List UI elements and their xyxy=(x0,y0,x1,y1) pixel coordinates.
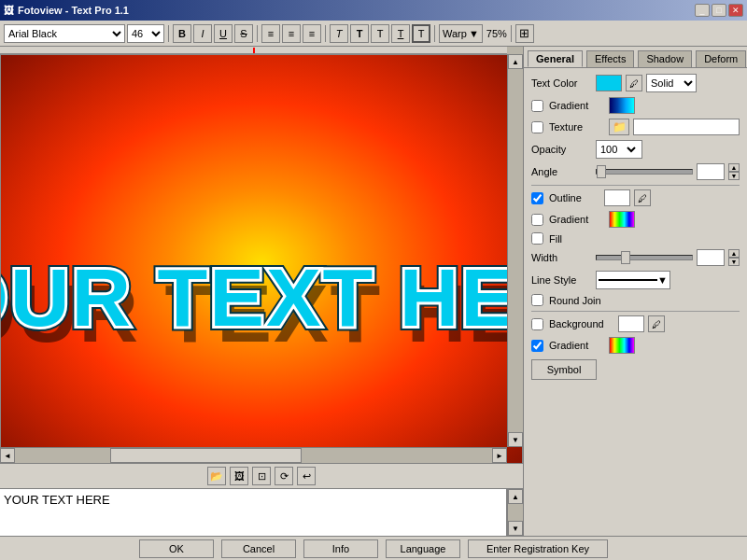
texture-label: Texture xyxy=(549,121,605,133)
hscroll-left-button[interactable]: ◄ xyxy=(0,448,15,463)
tab-deform[interactable]: Deform xyxy=(696,50,746,67)
vscroll-track[interactable] xyxy=(508,69,523,432)
round-join-label: Round Join xyxy=(549,295,601,306)
opacity-label: Opacity xyxy=(531,144,592,155)
gradient-swatch[interactable] xyxy=(609,97,635,114)
tab-general[interactable]: General xyxy=(528,50,583,67)
width-down-button[interactable]: ▼ xyxy=(728,258,740,266)
extra-button[interactable]: ⊞ xyxy=(515,24,534,43)
save-file-button[interactable]: 🖼 xyxy=(230,467,248,485)
text-style2-button[interactable]: T xyxy=(350,24,369,43)
outline-gradient-checkbox[interactable] xyxy=(531,214,543,226)
text-vscroll-track[interactable] xyxy=(508,504,523,521)
texture-checkbox[interactable] xyxy=(531,121,543,133)
solid-dropdown[interactable]: Solid Linear Radial xyxy=(647,77,696,90)
text-color-swatch[interactable] xyxy=(596,75,622,91)
font-select[interactable]: Arial Black xyxy=(4,24,125,43)
gradient2-swatch[interactable] xyxy=(609,337,635,354)
tab-effects[interactable]: Effects xyxy=(586,50,634,67)
ok-button[interactable]: OK xyxy=(139,539,214,558)
main-area: YOUR TEXT HERE YOUR TEXT HERE YOUR TEXT … xyxy=(0,47,747,536)
rotate-button[interactable]: ⟳ xyxy=(275,467,293,485)
angle-slider[interactable] xyxy=(596,169,693,175)
close-button[interactable]: ✕ xyxy=(728,4,743,17)
hscroll-right-button[interactable]: ► xyxy=(492,448,507,463)
hscroll-track[interactable] xyxy=(15,448,492,463)
solid-dropdown-container[interactable]: Solid Linear Radial xyxy=(646,74,697,92)
text-style4-button[interactable]: T xyxy=(391,24,410,43)
background-row: Background 🖊 xyxy=(531,315,740,332)
align-center-button[interactable]: ≡ xyxy=(282,24,301,43)
width-slider[interactable] xyxy=(596,255,693,260)
bold-button[interactable]: B xyxy=(173,24,191,43)
gradient2-checkbox[interactable] xyxy=(531,340,543,352)
align-left-button[interactable]: ≡ xyxy=(261,24,280,43)
text-edit-input[interactable]: YOUR TEXT HERE xyxy=(0,489,507,536)
vertical-scrollbar[interactable]: ▲ ▼ xyxy=(507,54,523,447)
text-area-scrollbar[interactable]: ▲ ▼ xyxy=(507,489,523,536)
info-button[interactable]: Info xyxy=(303,539,378,558)
divider1 xyxy=(531,185,740,186)
text-style1-button[interactable]: T xyxy=(330,24,348,43)
symbol-button[interactable]: Symbol xyxy=(531,359,597,380)
text-style5-button[interactable]: T xyxy=(412,24,430,43)
canvas-frame: YOUR TEXT HERE YOUR TEXT HERE YOUR TEXT … xyxy=(0,47,523,463)
angle-spinner: ▲ ▼ xyxy=(728,163,740,180)
text-vscroll-up[interactable]: ▲ xyxy=(508,489,523,504)
texture-preview xyxy=(633,119,740,135)
outline-checkbox[interactable] xyxy=(531,192,543,204)
width-slider-thumb[interactable] xyxy=(621,251,630,264)
background-eyedropper[interactable]: 🖊 xyxy=(648,315,665,332)
background-color-swatch[interactable] xyxy=(618,315,644,332)
fill-checkbox[interactable] xyxy=(531,232,543,245)
opacity-combo[interactable]: 100 75 50 xyxy=(596,140,642,159)
text-style3-button[interactable]: T xyxy=(371,24,389,43)
gradient-checkbox[interactable] xyxy=(531,100,543,112)
outline-color-swatch[interactable] xyxy=(604,189,630,206)
round-join-row: Round Join xyxy=(531,294,740,306)
minimize-button[interactable]: _ xyxy=(695,4,710,17)
register-button[interactable]: Enter Registration Key xyxy=(468,539,608,558)
text-canvas[interactable]: YOUR TEXT HERE YOUR TEXT HERE YOUR TEXT … xyxy=(0,54,523,463)
horizontal-scrollbar[interactable]: ◄ ► xyxy=(0,447,507,463)
line-style-combo[interactable]: ▼ xyxy=(596,271,670,289)
texture-browse-button[interactable]: 📁 xyxy=(609,119,629,135)
hscroll-thumb[interactable] xyxy=(110,448,301,463)
undo-button[interactable]: ↩ xyxy=(297,467,316,485)
language-button[interactable]: Language xyxy=(386,539,460,558)
outline-eyedropper[interactable]: 🖊 xyxy=(634,189,651,206)
warp-combo[interactable]: Warp ▼ xyxy=(439,24,483,43)
titlebar: 🖼 Fotoview - Text Pro 1.1 _ □ ✕ xyxy=(0,0,747,21)
open-file-button[interactable]: 📂 xyxy=(207,467,226,485)
angle-down-button[interactable]: ▼ xyxy=(728,172,740,180)
vscroll-down-button[interactable]: ▼ xyxy=(508,432,523,447)
cancel-button[interactable]: Cancel xyxy=(221,539,296,558)
round-join-checkbox[interactable] xyxy=(531,294,543,306)
align-right-button[interactable]: ≡ xyxy=(303,24,321,43)
tab-shadow[interactable]: Shadow xyxy=(638,50,692,67)
resize-button[interactable]: ⊡ xyxy=(252,467,271,485)
angle-up-button[interactable]: ▲ xyxy=(728,163,740,172)
angle-input[interactable]: 0 xyxy=(697,163,725,180)
right-panel: General Effects Shadow Deform Text Color… xyxy=(523,47,747,536)
angle-slider-thumb[interactable] xyxy=(597,165,606,178)
maximize-button[interactable]: □ xyxy=(712,4,726,17)
opacity-select[interactable]: 100 75 50 xyxy=(597,143,639,156)
text-color-eyedropper[interactable]: 🖊 xyxy=(626,75,642,91)
strikethrough-button[interactable]: S xyxy=(234,24,253,43)
thumbnail-toolbar: 📂 🖼 ⊡ ⟳ ↩ xyxy=(0,463,523,489)
gradient2-row: Gradient xyxy=(531,337,740,354)
window-title: Fotoview - Text Pro 1.1 xyxy=(18,5,129,16)
size-select[interactable]: 46 xyxy=(127,24,164,43)
underline-button[interactable]: U xyxy=(214,24,233,43)
vscroll-up-button[interactable]: ▲ xyxy=(508,54,523,69)
width-up-button[interactable]: ▲ xyxy=(728,249,740,258)
italic-button[interactable]: I xyxy=(193,24,212,43)
sep4 xyxy=(434,25,435,42)
background-checkbox[interactable] xyxy=(531,318,543,330)
width-input[interactable]: 3 xyxy=(697,249,725,266)
outline-gradient-swatch[interactable] xyxy=(609,211,635,228)
fill-row: Fill xyxy=(531,232,740,245)
text-vscroll-down[interactable]: ▼ xyxy=(508,521,523,536)
outline-gradient-label: Gradient xyxy=(549,214,605,225)
